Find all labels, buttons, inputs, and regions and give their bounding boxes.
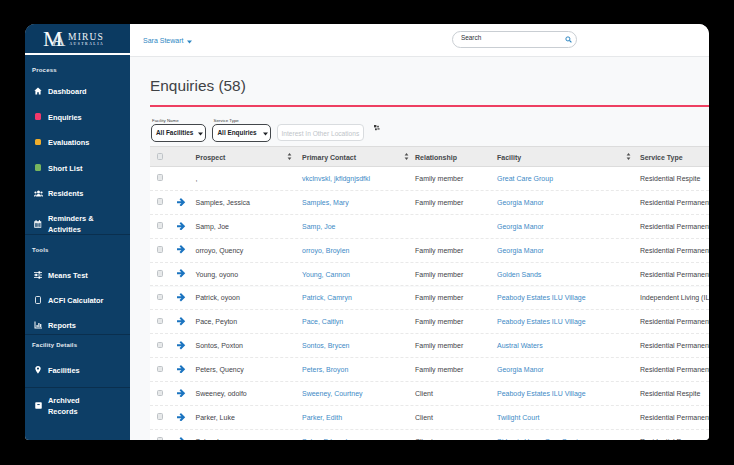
svg-text:A: A <box>52 29 66 49</box>
